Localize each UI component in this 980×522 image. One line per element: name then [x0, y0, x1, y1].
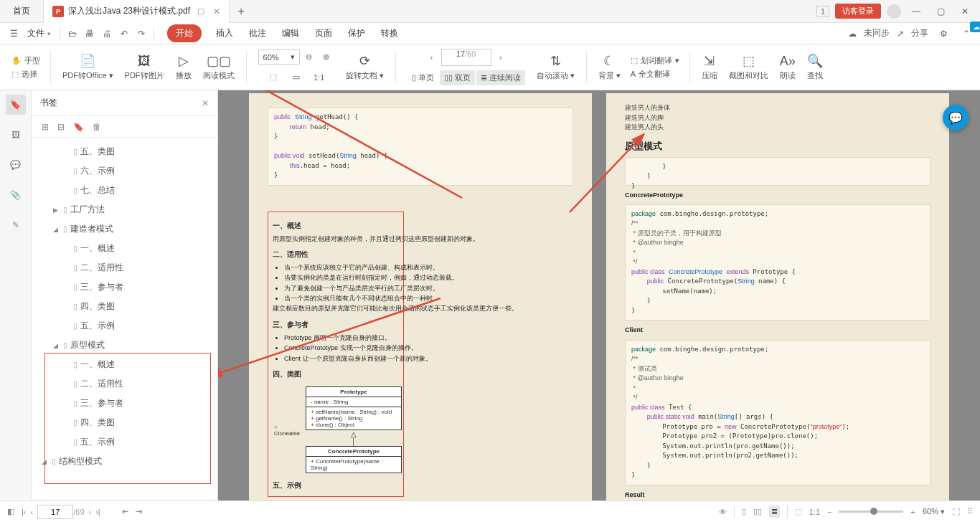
sb-nav-back-icon[interactable]: ⇤ [122, 507, 128, 516]
bm-item[interactable]: ▯二、适用性 [34, 374, 215, 394]
sb-eye-icon[interactable]: 👁 [719, 508, 727, 516]
bm-item[interactable]: ▯四、类图 [34, 297, 215, 316]
zoom-select[interactable]: 60%▾ [258, 49, 300, 65]
open-icon[interactable]: 🗁 [65, 26, 80, 42]
next-page-icon[interactable]: › [493, 49, 509, 65]
sb-next-page-icon[interactable]: › [89, 508, 92, 516]
menu-tab-insert[interactable]: 插入 [215, 24, 235, 42]
page-input[interactable]: 17/69 [441, 49, 491, 66]
sb-zoom-slider[interactable] [839, 511, 903, 513]
attachment-rail-icon[interactable]: 📎 [6, 185, 26, 205]
pdf-to-office[interactable]: 📄PDF转Office ▾ [58, 53, 118, 81]
menu-tab-page[interactable]: 页面 [314, 24, 334, 42]
bm-tool-collapse-icon[interactable]: ⊟ [57, 122, 65, 132]
sb-fit-icon[interactable]: ⬚ [795, 507, 802, 516]
find-button[interactable]: 🔍查找 [803, 53, 827, 81]
sb-sidebar-icon[interactable]: ◧ [7, 507, 14, 516]
pdf-to-image[interactable]: 🖼PDF转图片 [121, 54, 169, 81]
print-icon[interactable]: 🖨 [99, 26, 115, 42]
sb-more-icon[interactable]: ⠿ [967, 507, 973, 516]
redo-icon[interactable]: ↷ [133, 26, 149, 42]
screenshot-button[interactable]: ⬚截图和对比 [725, 53, 773, 81]
cloud-sync-icon[interactable]: ☁ [848, 29, 857, 39]
menu-tab-edit[interactable]: 编辑 [281, 24, 301, 42]
sb-first-page-icon[interactable]: |‹ [22, 508, 27, 516]
read-aloud-button[interactable]: A»朗读 [776, 54, 800, 81]
login-button[interactable]: 访客登录 [835, 4, 881, 19]
document-view[interactable]: public String getHead() { return head; }… [218, 90, 980, 522]
bm-item-structural[interactable]: ◢▯结构型模式 [34, 452, 215, 471]
single-page-button[interactable]: ▯ 单页 [407, 70, 438, 85]
menu-hamburger-icon[interactable]: ☰ [6, 26, 22, 42]
sb-double-icon[interactable]: ▯▯ [753, 507, 762, 516]
undo-icon[interactable]: ↶ [116, 26, 132, 42]
menu-tab-start[interactable]: 开始 [167, 24, 202, 42]
sb-single-icon[interactable]: ▯ [742, 507, 746, 516]
hand-tool[interactable]: ✋手型 [11, 55, 40, 66]
sb-actual-icon[interactable]: 1:1 [809, 508, 820, 516]
file-menu[interactable]: 文件▾ [23, 27, 55, 39]
autoscroll-button[interactable]: ⇅自动滚动 ▾ [532, 53, 579, 81]
close-tab-icon[interactable]: ✕ [213, 6, 220, 16]
avatar-icon[interactable] [887, 4, 901, 19]
continuous-button[interactable]: ≣ 连续阅读 [476, 70, 525, 85]
bm-item[interactable]: ▯三、参与者 [34, 394, 215, 413]
double-page-button[interactable]: ▯▯ 双页 [440, 70, 475, 85]
new-tab-button[interactable]: + [230, 5, 253, 18]
save-icon[interactable]: 🖶 [82, 26, 98, 42]
bm-item-builder[interactable]: ◢▯建造者模式 [34, 219, 215, 239]
menu-tab-annotate[interactable]: 批注 [248, 24, 268, 42]
bm-item[interactable]: ▯四、类图 [34, 413, 215, 432]
bm-item[interactable]: ▯五、示例 [34, 316, 215, 336]
floating-assistant-button[interactable]: 💬 [943, 105, 969, 130]
tab-count-badge[interactable]: 1 [816, 6, 829, 17]
select-translate[interactable]: ⬚划词翻译 ▾ [631, 55, 679, 66]
select-tool[interactable]: ⬚选择 [11, 69, 40, 80]
cloud-badge-icon[interactable]: ☁ [970, 22, 980, 32]
comment-rail-icon[interactable]: 💬 [6, 155, 26, 175]
menu-tab-protect[interactable]: 保护 [347, 24, 367, 42]
reader-mode-icon[interactable]: ▢ [197, 6, 204, 16]
bm-tool-add-icon[interactable]: 🔖 [73, 122, 84, 132]
zoom-out-icon[interactable]: ⊖ [301, 49, 317, 65]
bookmark-rail-icon[interactable]: 🔖 [6, 95, 26, 115]
maximize-icon[interactable]: ▢ [931, 2, 950, 21]
tab-home[interactable]: 首页 [0, 0, 44, 23]
stamp-rail-icon[interactable]: ✎ [6, 215, 26, 235]
bm-item-prototype[interactable]: ◢▯原型模式 [34, 336, 215, 355]
bm-item[interactable]: ▯三、参与者 [34, 277, 215, 297]
share-icon[interactable]: ↗ [897, 29, 904, 39]
tab-document[interactable]: P 深入浅出Java 23种设计模式.pdf ▢ ✕ [44, 0, 230, 23]
bm-item[interactable]: ▯五、示例 [34, 432, 215, 452]
sb-continuous-icon[interactable]: ≣ [769, 506, 780, 518]
bm-tool-delete-icon[interactable]: 🗑 [93, 122, 101, 132]
background-button[interactable]: ☾背景 ▾ [594, 53, 625, 81]
full-translate[interactable]: A全文翻译 [631, 69, 679, 80]
compress-button[interactable]: ⇲压缩 [697, 53, 722, 81]
fit-page-icon[interactable]: ▭ [288, 70, 304, 85]
minimize-icon[interactable]: — [907, 2, 925, 21]
read-mode[interactable]: ▢▢阅读模式 [199, 53, 239, 81]
bm-item[interactable]: ▯六、示例 [34, 161, 215, 181]
thumbnail-rail-icon[interactable]: 🖼 [6, 125, 26, 145]
sb-zoom-value[interactable]: 60% ▾ [923, 507, 945, 516]
play-button[interactable]: ▷播放 [171, 53, 196, 81]
close-panel-icon[interactable]: ✕ [202, 98, 209, 108]
sb-prev-page-icon[interactable]: ‹ [31, 508, 34, 516]
rotate-button[interactable]: ⟳旋转文档 ▾ [341, 53, 388, 81]
sb-page-input[interactable] [37, 505, 73, 519]
bm-item[interactable]: ▯一、概述 [34, 355, 215, 374]
sb-zoom-in-icon[interactable]: + [910, 508, 915, 516]
bm-item[interactable]: ▯七、总结 [34, 181, 215, 200]
fit-width-icon[interactable]: ⬚ [265, 70, 281, 85]
zoom-in-icon[interactable]: ⊕ [319, 49, 334, 65]
settings-icon[interactable]: ⚙ [936, 26, 951, 42]
menu-tab-convert[interactable]: 转换 [380, 24, 400, 42]
actual-size-icon[interactable]: 1:1 [311, 70, 327, 85]
bm-item-factory[interactable]: ▶▯工厂方法 [34, 200, 215, 219]
bm-item[interactable]: ▯五、类图 [34, 142, 215, 161]
bm-item[interactable]: ▯一、概述 [34, 239, 215, 258]
close-window-icon[interactable]: ✕ [956, 2, 974, 21]
bm-item[interactable]: ▯二、适用性 [34, 258, 215, 277]
sb-zoom-out-icon[interactable]: − [827, 508, 831, 516]
